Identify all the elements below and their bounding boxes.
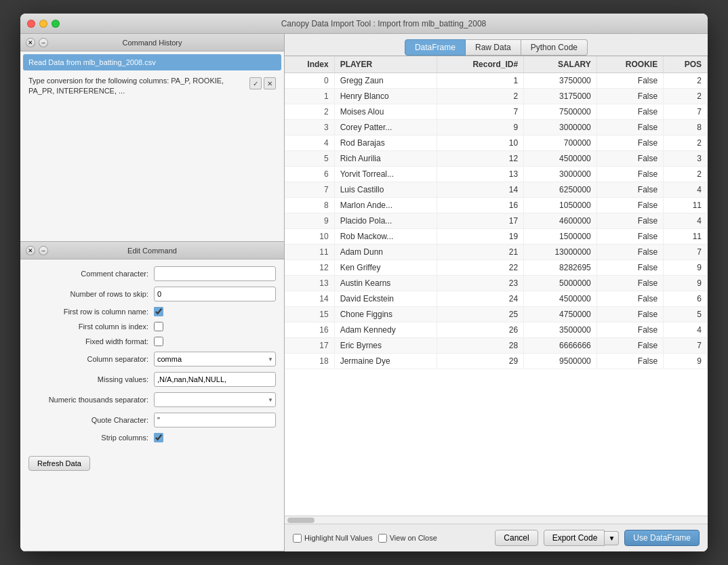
cell-rookie: False	[596, 182, 663, 198]
cell-pos: 4	[664, 213, 708, 229]
cmd-check-button[interactable]: ✓	[249, 77, 262, 89]
data-table-container: Index PLAYER Record_ID# SALARY ROOKIE PO…	[285, 56, 708, 516]
col-separator-row: Column separator: comma tab semicolon sp…	[28, 352, 276, 367]
edit-panel-minimize-icon[interactable]: –	[39, 246, 48, 255]
cell-salary: 3000000	[524, 120, 597, 135]
edit-panel-close-icon[interactable]: ✕	[26, 246, 35, 255]
comment-char-input[interactable]	[154, 266, 276, 281]
cell-recordid: 12	[437, 151, 524, 167]
maximize-button[interactable]	[52, 20, 60, 28]
window-title: Canopy Data Import Tool : Import from ml…	[66, 19, 701, 28]
table-body: 0 Gregg Zaun 1 3750000 False 2 1 Henry B…	[285, 73, 708, 369]
cell-index: 10	[285, 229, 334, 245]
cell-pos: 7	[664, 338, 708, 354]
tab-pythoncode[interactable]: Python Code	[521, 39, 588, 56]
cell-index: 14	[285, 291, 334, 307]
cell-player: Moises Alou	[334, 104, 437, 120]
list-item[interactable]: Type conversion for the following column…	[23, 72, 281, 101]
tab-bar: DataFrame Raw Data Python Code	[285, 34, 708, 56]
col-separator-select[interactable]: comma tab semicolon space	[154, 352, 276, 367]
cell-pos: 8	[664, 120, 708, 135]
cell-player: Adam Dunn	[334, 245, 437, 260]
horizontal-scrollbar[interactable]	[285, 516, 708, 524]
minimize-button[interactable]	[39, 20, 47, 28]
rows-skip-input[interactable]	[154, 287, 276, 301]
strip-cols-label: Strip columns:	[28, 434, 154, 442]
missing-values-input[interactable]	[154, 372, 276, 387]
cell-pos: 11	[664, 229, 708, 245]
cell-rookie: False	[596, 120, 663, 135]
cell-salary: 5000000	[524, 276, 597, 291]
col-separator-wrapper: comma tab semicolon space ▼	[154, 352, 276, 367]
cell-player: David Eckstein	[334, 291, 437, 307]
edit-command-title: Edit Command	[20, 247, 284, 255]
table-row: 8 Marlon Ande... 16 1050000 False 11	[285, 198, 708, 213]
first-col-index-checkbox[interactable]	[154, 322, 163, 331]
quote-char-input[interactable]	[154, 413, 276, 427]
cell-index: 12	[285, 260, 334, 276]
table-row: 13 Austin Kearns 23 5000000 False 9	[285, 276, 708, 291]
main-content: ✕ – Command History Read Data from mlb_b…	[20, 34, 708, 551]
cell-player: Ken Griffey	[334, 260, 437, 276]
command-history-header: ✕ – Command History	[20, 34, 284, 51]
cell-salary: 3500000	[524, 322, 597, 338]
thousands-sep-select[interactable]	[154, 392, 276, 407]
cell-salary: 4600000	[524, 213, 597, 229]
cell-salary: 7500000	[524, 104, 597, 120]
cell-salary: 3750000	[524, 73, 597, 89]
thousands-sep-label: Numeric thousands separator:	[28, 396, 154, 404]
refresh-data-button[interactable]: Refresh Data	[28, 456, 90, 471]
use-dataframe-button[interactable]: Use DataFrame	[624, 530, 700, 546]
cell-pos: 11	[664, 198, 708, 213]
panel-minimize-icon[interactable]: –	[39, 38, 48, 47]
export-code-button[interactable]: Export Code	[544, 530, 605, 546]
cell-rookie: False	[596, 198, 663, 213]
cell-rookie: False	[596, 89, 663, 104]
table-row: 9 Placido Pola... 17 4600000 False 4	[285, 213, 708, 229]
edit-command-panel: ✕ – Edit Command Comment character: Numb…	[20, 242, 284, 551]
tab-dataframe[interactable]: DataFrame	[405, 39, 466, 56]
export-dropdown-button[interactable]: ▼	[605, 531, 619, 545]
col-separator-label: Column separator:	[28, 355, 154, 363]
table-row: 5 Rich Aurilia 12 4500000 False 3	[285, 151, 708, 167]
table-row: 1 Henry Blanco 2 3175000 False 2	[285, 89, 708, 104]
table-row: 11 Adam Dunn 21 13000000 False 7	[285, 245, 708, 260]
table-row: 10 Rob Mackow... 19 1500000 False 11	[285, 229, 708, 245]
cell-salary: 6250000	[524, 182, 597, 198]
fixed-width-checkbox[interactable]	[154, 337, 163, 346]
cell-pos: 9	[664, 276, 708, 291]
strip-cols-checkbox[interactable]	[154, 433, 163, 442]
cell-recordid: 24	[437, 291, 524, 307]
cell-player: Austin Kearns	[334, 276, 437, 291]
cell-rookie: False	[596, 151, 663, 167]
rows-skip-row: Number of rows to skip:	[28, 287, 276, 301]
close-button[interactable]	[27, 20, 35, 28]
table-row: 6 Yorvit Torreal... 13 3000000 False 2	[285, 167, 708, 182]
cell-recordid: 17	[437, 213, 524, 229]
cell-rookie: False	[596, 291, 663, 307]
fixed-width-label: Fixed width format:	[28, 337, 154, 346]
view-on-close-checkbox[interactable]	[378, 534, 387, 543]
tab-rawdata[interactable]: Raw Data	[466, 39, 521, 56]
panel-close-icon[interactable]: ✕	[26, 38, 35, 47]
cell-rookie: False	[596, 354, 663, 369]
traffic-lights	[27, 20, 60, 28]
edit-panel-icons: ✕ –	[26, 246, 48, 255]
cell-rookie: False	[596, 73, 663, 89]
highlight-null-checkbox[interactable]	[293, 534, 302, 543]
cmd-x-button[interactable]: ✕	[264, 77, 276, 89]
cell-index: 9	[285, 213, 334, 229]
scrollbar-thumb[interactable]	[287, 518, 315, 523]
cell-recordid: 1	[437, 73, 524, 89]
cell-rookie: False	[596, 260, 663, 276]
cancel-button[interactable]: Cancel	[495, 530, 538, 546]
first-row-col-checkbox[interactable]	[154, 307, 163, 316]
cell-pos: 6	[664, 291, 708, 307]
cell-player: Luis Castillo	[334, 182, 437, 198]
cell-player: Gregg Zaun	[334, 73, 437, 89]
cell-rookie: False	[596, 245, 663, 260]
cell-salary: 8282695	[524, 260, 597, 276]
cmd-item-text: Type conversion for the following column…	[28, 76, 247, 97]
list-item[interactable]: Read Data from mlb_batting_2008.csv	[23, 54, 281, 70]
missing-values-label: Missing values:	[28, 375, 154, 383]
